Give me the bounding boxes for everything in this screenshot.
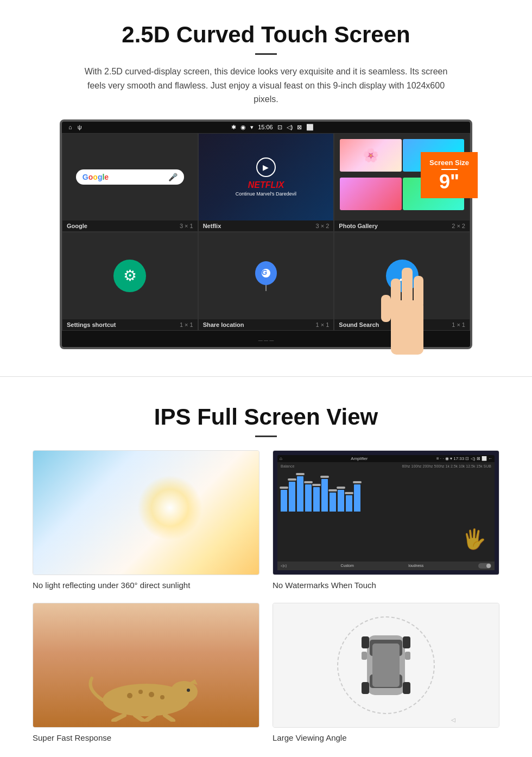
- photos-size: 2 × 2: [452, 223, 465, 229]
- close-icon: ⊠: [297, 124, 302, 131]
- svg-rect-5: [402, 268, 413, 306]
- hand-svg: [375, 257, 440, 365]
- maps-cell-inner: G: [199, 232, 334, 319]
- cheetah-svg: [65, 657, 227, 722]
- play-button[interactable]: ▶: [256, 157, 276, 177]
- app-cell-maps[interactable]: G Share location 1 × 1: [198, 232, 334, 331]
- app-cell-settings[interactable]: ⚙ Settings shortcut 1 × 1: [62, 232, 198, 331]
- screen-size-badge: Screen Size 9": [421, 152, 478, 198]
- sunlight-burst: [137, 475, 202, 540]
- sound-size: 1 × 1: [452, 321, 465, 328]
- eq-bar-7[interactable]: [330, 493, 336, 512]
- home-icon: ⌂: [68, 124, 72, 130]
- window-icon: ⬜: [306, 124, 314, 131]
- sunlight-bg: [33, 451, 259, 575]
- settings-label-row: Settings shortcut 1 × 1: [62, 319, 198, 330]
- settings-label: Settings shortcut: [67, 321, 116, 328]
- amp-caption: No Watermarks When Touch: [273, 581, 499, 590]
- svg-rect-6: [414, 276, 423, 308]
- amp-home-icon: ⌂: [280, 456, 282, 461]
- eq-bar-6[interactable]: [321, 479, 328, 512]
- amp-bottom: ◁◁ Custom loudness: [277, 562, 495, 570]
- usb-icon: ψ: [78, 124, 82, 130]
- app-grid-row1: Google 🎤 Google 3 × 1 ▶: [62, 133, 470, 232]
- status-center: ✱ ◉ ▾ 15:06 ⊡ ◁) ⊠ ⬜: [231, 124, 314, 131]
- maps-size: 1 × 1: [316, 321, 330, 328]
- section2-divider: [255, 436, 277, 437]
- svg-point-12: [149, 692, 154, 697]
- badge-size: 9": [429, 172, 469, 192]
- cheetah-bg: [33, 603, 259, 727]
- google-search-bar[interactable]: Google 🎤: [76, 169, 184, 185]
- section-curved-screen: 2.5D Curved Touch Screen With 2.5D curve…: [0, 0, 532, 360]
- clock: 15:06: [258, 124, 273, 130]
- loudness-toggle[interactable]: [478, 563, 491, 569]
- section1-divider: [255, 53, 277, 55]
- feature-image-sunlight: [33, 450, 259, 575]
- amp-icons: ≡ · · ◉ ▾ 17:33 ⊡ ◁) ⊠ ⬜ ←: [436, 456, 492, 461]
- feature-amplifier: ⌂ Amplifier ≡ · · ◉ ▾ 17:33 ⊡ ◁) ⊠ ⬜ ← B…: [273, 450, 499, 590]
- mic-icon: 🎤: [168, 173, 178, 181]
- app-cell-netflix[interactable]: ▶ NETFLIX Continue Marvel's Daredevil Ne…: [198, 133, 334, 232]
- sound-label: Sound Search: [339, 321, 379, 328]
- netflix-bg: ▶ NETFLIX Continue Marvel's Daredevil: [199, 134, 334, 220]
- status-left: ⌂ ψ: [68, 124, 82, 130]
- car-container: ◁: [273, 603, 499, 727]
- netflix-label: Netflix: [203, 223, 221, 229]
- eq-bar-3[interactable]: [297, 476, 303, 512]
- photos-label: Photo Gallery: [339, 223, 378, 229]
- eq-bar-8[interactable]: [338, 490, 344, 512]
- feature-cheetah: Super Fast Response: [33, 603, 259, 742]
- feature-image-cheetah: [33, 603, 259, 728]
- amp-title: Amplifier: [351, 456, 368, 461]
- section-ips: IPS Full Screen View No light reflecting…: [0, 393, 532, 757]
- google-label-row: Google 3 × 1: [62, 220, 198, 231]
- settings-icon: ⚙: [113, 260, 146, 292]
- amp-bg: ⌂ Amplifier ≡ · · ◉ ▾ 17:33 ⊡ ◁) ⊠ ⬜ ← B…: [273, 451, 499, 575]
- eq-bar-9[interactable]: [346, 495, 352, 512]
- eq-bar-4[interactable]: [305, 484, 312, 512]
- cheetah-caption: Super Fast Response: [33, 733, 259, 742]
- eq-bar-1[interactable]: [281, 490, 287, 512]
- netflix-label-row: Netflix 3 × 2: [199, 220, 334, 231]
- google-size: 3 × 1: [180, 223, 193, 229]
- photo-thumb-orange: [340, 178, 401, 210]
- badge-label: Screen Size: [429, 159, 469, 167]
- feature-image-car: ◁: [273, 603, 499, 728]
- settings-cell-inner: ⚙: [62, 232, 198, 319]
- wifi-icon: ▾: [250, 124, 254, 131]
- settings-bg: ⚙: [62, 232, 198, 319]
- eq-bar-10[interactable]: [354, 484, 360, 512]
- eq-bar-5[interactable]: [313, 487, 320, 512]
- maps-bg: G: [199, 232, 334, 319]
- gear-icon: ⚙: [123, 267, 137, 285]
- svg-rect-7: [391, 279, 401, 311]
- svg-point-16: [187, 689, 190, 692]
- hand-touch-icon: 🖐: [462, 528, 486, 551]
- svg-point-11: [138, 690, 143, 694]
- amp-custom-label: Custom: [341, 564, 354, 567]
- section1-title: 2.5D Curved Touch Screen: [33, 22, 499, 48]
- status-bar: ⌂ ψ ✱ ◉ ▾ 15:06 ⊡ ◁) ⊠ ⬜: [62, 122, 470, 133]
- svg-point-13: [160, 695, 164, 699]
- svg-point-14: [170, 681, 198, 703]
- toggle-knob: [486, 564, 491, 568]
- google-cell-inner: Google 🎤: [62, 134, 198, 220]
- feature-grid: No light reflecting under 360° direct su…: [33, 450, 499, 742]
- hand-overlay: [375, 257, 440, 365]
- amp-eq-labels: Balance 60hz 100hz 200hz 500hz 1k 2.5k 1…: [281, 464, 491, 468]
- maps-label-row: Share location 1 × 1: [199, 319, 334, 330]
- app-cell-google[interactable]: Google 🎤 Google 3 × 1: [62, 133, 198, 232]
- bluetooth-icon: ✱: [231, 124, 236, 131]
- feature-car: ◁ Large Viewing Angle: [273, 603, 499, 742]
- eq-bars: [281, 470, 491, 514]
- eq-bar-2[interactable]: [289, 482, 295, 512]
- photos-label-row: Photo Gallery 2 × 2: [334, 220, 470, 231]
- gps-icon: ◉: [240, 124, 246, 131]
- netflix-subtitle: Continue Marvel's Daredevil: [236, 191, 296, 197]
- volume-icon: ◁): [287, 124, 293, 131]
- car-bg: ◁: [273, 603, 499, 727]
- section2-title: IPS Full Screen View: [33, 404, 499, 430]
- camera-icon: ⊡: [277, 124, 282, 131]
- settings-size: 1 × 1: [180, 321, 193, 328]
